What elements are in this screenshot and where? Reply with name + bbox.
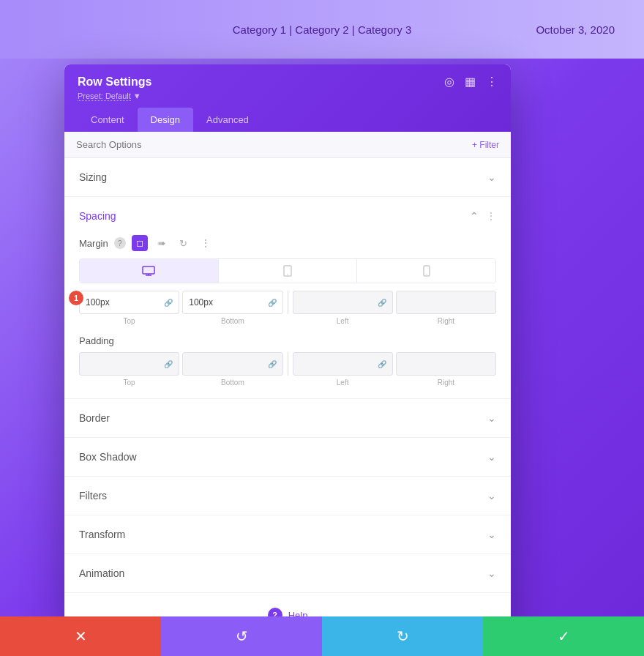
link-icon-left: 🔗 (378, 299, 386, 307)
margin-top-label: Top (124, 317, 135, 325)
filters-header[interactable]: Filters ⌄ (64, 477, 511, 515)
reset-btn[interactable]: ↻ (176, 235, 192, 251)
padding-top-label: Top (124, 379, 135, 387)
box-shadow-section: Box Shadow ⌄ (64, 438, 511, 477)
device-mobile[interactable] (357, 259, 495, 283)
save-button[interactable]: ✓ (483, 616, 644, 656)
device-tablet[interactable] (219, 259, 358, 283)
transform-header[interactable]: Transform ⌄ (64, 515, 511, 554)
box-shadow-title: Box Shadow (79, 451, 137, 463)
modal-header: Row Settings ◎ ▦ ⋮ Preset: Default ▼ Con… (64, 64, 511, 132)
filters-section: Filters ⌄ (64, 477, 511, 515)
padding-left-input-group: 🔗 Left (293, 352, 393, 387)
number-badge: 1 (69, 291, 83, 305)
svg-point-4 (287, 274, 288, 275)
padding-inputs-row: 🔗 Top 🔗 Bottom (79, 352, 496, 387)
modal-body: Sizing ⌄ Spacing ⌃ ⋮ Margin ? ◻ ➠ (64, 158, 511, 637)
margin-divider (288, 291, 288, 314)
padding-left-label: Left (337, 379, 349, 387)
padding-bottom-input[interactable]: 🔗 (182, 352, 282, 376)
date-text: October 3, 2020 (536, 23, 615, 36)
margin-right-group: 🔗 Left Right (293, 291, 497, 325)
padding-section: Padding 🔗 Top (79, 335, 496, 387)
sizing-header[interactable]: Sizing ⌄ (64, 158, 511, 196)
link-icon-top: 🔗 (164, 299, 173, 307)
margin-top-group: 100px 🔗 Top (79, 291, 179, 325)
padding-right-input[interactable] (396, 352, 496, 376)
target-icon[interactable]: ◎ (444, 75, 454, 89)
device-desktop[interactable] (80, 259, 219, 283)
spacing-title: Spacing (79, 210, 116, 222)
border-chevron: ⌄ (487, 412, 496, 424)
reset-button[interactable]: ↺ (161, 616, 322, 656)
border-title: Border (79, 412, 110, 424)
spacing-icons: ⌃ ⋮ (470, 210, 496, 222)
modal-tabs: Content Design Advanced (78, 108, 498, 132)
filters-title: Filters (79, 490, 107, 502)
padding-right-input-group: Right (396, 352, 496, 387)
modal: Row Settings ◎ ▦ ⋮ Preset: Default ▼ Con… (64, 64, 511, 637)
animation-chevron: ⌄ (487, 567, 496, 579)
sizing-title: Sizing (79, 171, 107, 183)
layout-icon[interactable]: ▦ (465, 75, 476, 89)
spacing-more[interactable]: ⋮ (486, 210, 496, 222)
transform-chevron: ⌄ (487, 529, 496, 540)
tab-advanced[interactable]: Advanced (193, 108, 262, 132)
margin-help-icon[interactable]: ? (114, 237, 126, 249)
device-tabs (79, 258, 496, 283)
margin-top-input[interactable]: 100px 🔗 (79, 291, 179, 314)
margin-bottom-input[interactable]: 100px 🔗 (182, 291, 282, 314)
search-bar: + Filter (64, 132, 511, 158)
margin-label: Margin (79, 238, 108, 249)
cancel-button[interactable]: ✕ (0, 616, 161, 656)
margin-right-input[interactable] (396, 291, 496, 314)
margin-inputs-row: 100px 🔗 Top 100px 🔗 Bottom (79, 291, 496, 325)
margin-inputs-container: 1 100px 🔗 Top (79, 291, 496, 325)
categories-text: Category 1 | Category 2 | Category 3 (233, 23, 412, 36)
margin-left-input[interactable]: 🔗 (293, 291, 393, 314)
preset-label[interactable]: Preset: Default ▼ (78, 92, 498, 100)
link-icon-padding-top: 🔗 (164, 360, 173, 368)
padding-label: Padding (79, 335, 496, 346)
header-icons: ◎ ▦ ⋮ (444, 75, 498, 89)
padding-bottom-label: Bottom (221, 379, 244, 387)
animation-header[interactable]: Animation ⌄ (64, 554, 511, 592)
filter-button[interactable]: + Filter (472, 140, 499, 150)
transform-title: Transform (79, 529, 125, 540)
cursor-btn[interactable]: ➠ (154, 235, 170, 251)
link-toggle-btn[interactable]: ◻ (132, 235, 148, 251)
padding-top-input[interactable]: 🔗 (79, 352, 179, 376)
modal-header-top: Row Settings ◎ ▦ ⋮ (78, 75, 498, 89)
more-icon[interactable]: ⋮ (486, 75, 498, 89)
spacing-body: Margin ? ◻ ➠ ↻ ⋮ (64, 235, 511, 398)
search-input[interactable] (76, 139, 222, 150)
padding-divider (288, 352, 288, 376)
margin-controls: Margin ? ◻ ➠ ↻ ⋮ (79, 235, 496, 251)
box-shadow-chevron: ⌄ (487, 451, 496, 463)
box-shadow-header[interactable]: Box Shadow ⌄ (64, 438, 511, 476)
top-bar: Category 1 | Category 2 | Category 3 Oct… (0, 0, 644, 59)
margin-left-group: 100px 🔗 Top 100px 🔗 Bottom (79, 291, 283, 325)
redo-button[interactable]: ↻ (322, 616, 483, 656)
more-options-btn[interactable]: ⋮ (198, 235, 214, 251)
link-icon-bottom: 🔗 (268, 299, 277, 307)
margin-left-input-group: 🔗 Left (293, 291, 393, 325)
border-header[interactable]: Border ⌄ (64, 399, 511, 437)
svg-point-6 (426, 274, 427, 275)
padding-right-label: Right (438, 379, 454, 387)
tab-content[interactable]: Content (78, 108, 138, 132)
bottom-bar: ✕ ↺ ↻ ✓ (0, 616, 644, 656)
svg-rect-0 (143, 266, 154, 274)
sizing-section: Sizing ⌄ (64, 158, 511, 197)
margin-left-label: Left (337, 317, 349, 325)
link-icon-padding-left: 🔗 (378, 360, 386, 368)
margin-right-input-group: Right (396, 291, 496, 325)
padding-right-group: 🔗 Left Right (293, 352, 497, 387)
padding-left-input[interactable]: 🔗 (293, 352, 393, 376)
spacing-chevron: ⌃ (470, 210, 479, 222)
border-section: Border ⌄ (64, 399, 511, 438)
margin-right-label: Right (438, 317, 454, 325)
padding-left-group: 🔗 Top 🔗 Bottom (79, 352, 283, 387)
spacing-header[interactable]: Spacing ⌃ ⋮ (64, 197, 511, 235)
tab-design[interactable]: Design (138, 108, 193, 132)
